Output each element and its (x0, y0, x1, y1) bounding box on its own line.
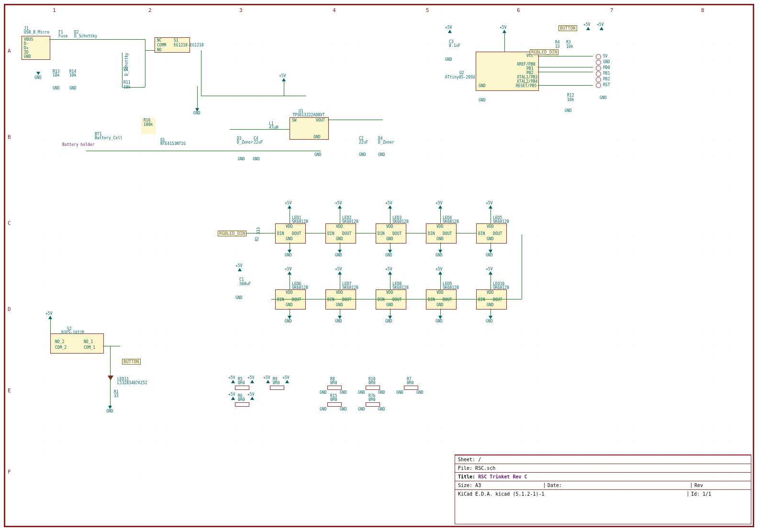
led-lbl-LED10: SK6812B (493, 286, 509, 290)
pwr-ar-u2 (502, 30, 506, 33)
led-lbl-LED6: SK6812B (292, 286, 308, 290)
hdr-5v: 5V (603, 54, 608, 58)
gnd-ar-LED9 (438, 316, 442, 319)
gnd-q1-arrow (195, 108, 199, 111)
led-lbl-LED1: DIN (277, 232, 284, 236)
title-block: Sheet: / File: RSC.sch Title: RSC Trinke… (455, 454, 751, 524)
u1-vout: VOUT (316, 118, 325, 122)
net-btn-u2: BUTTON (558, 25, 577, 31)
wire-q1-to-l1 (86, 151, 321, 151)
ruler-side-B: B (8, 134, 11, 140)
led-lbl-LED7: GND (335, 319, 342, 323)
pwr-ar-LED4 (438, 205, 442, 209)
led11-icon (108, 376, 113, 380)
r0-box-R9 (270, 386, 284, 390)
s1-name: EG1218-EG1218 (174, 43, 204, 47)
led-lbl-LED9: DOUT (443, 298, 452, 302)
hdr-pad-pb0 (596, 66, 601, 71)
c1-ref: C1 (239, 277, 244, 282)
led-lbl-LED7: VDD (336, 290, 343, 295)
wire-s1-no-v (201, 50, 201, 96)
u2-pb1: PB1 (526, 66, 533, 71)
r3-val: 10k (566, 44, 573, 49)
led-lbl-LED1: GND (285, 253, 291, 257)
ruler-side-E: E (8, 388, 11, 394)
u2-out-3 (538, 72, 593, 72)
tb-rev: Rev (692, 483, 703, 488)
net-rgb-chain: RGBLED_DIN (218, 231, 246, 236)
d3-name: D_Zener (237, 140, 253, 144)
gnd-c4: GND (253, 157, 259, 161)
gnd-j1: GND (34, 76, 41, 80)
gnd-q1: GND (193, 111, 200, 115)
battery-note: Battery holder (62, 143, 94, 147)
wire-vout (328, 120, 383, 120)
gnd-r13: GND (53, 86, 59, 90)
led-lbl-LED5: GND (486, 253, 492, 257)
led-lbl-LED2: GND (336, 237, 343, 241)
led-lbl-LED3: DOUT (392, 232, 402, 236)
led-lbl-LED3: SK6812B (392, 220, 409, 224)
label-r13v: 10k (53, 73, 59, 78)
pwr-ar-LED5 (489, 205, 492, 209)
c3-val: 0.1uF (449, 44, 460, 48)
led-lbl-LED7: DIN (327, 298, 334, 302)
r0-val-R7: 0R0 (407, 381, 413, 385)
s2-c2: COM_2 (55, 345, 67, 350)
u2-gnd: GND (479, 84, 485, 88)
j1-pin-gnd: GND (24, 55, 31, 59)
led-lbl-LED9: VDD (436, 290, 443, 295)
led-lbl-LED10: GND (487, 303, 493, 307)
s2-c1: COM_1 (84, 345, 95, 350)
u2-rst: RESET/PB5 (516, 84, 536, 88)
gnd-q1-wire (197, 86, 198, 110)
wire-chain-back (271, 299, 522, 299)
wire-l1 (230, 129, 290, 130)
led-lbl-LED10: VDD (487, 290, 493, 295)
led-lbl-LED8: SK6812B (392, 286, 409, 290)
gnd-r1: GND (106, 409, 113, 413)
r0-val-R5: 0R0 (238, 381, 245, 385)
tb-title-lbl: Title: (458, 474, 475, 479)
j1-pin-id: ID (24, 50, 29, 55)
pwr-ar-LED6 (288, 271, 291, 275)
hdr-pad-5v (596, 54, 601, 59)
led-lbl-LED3: +5V (385, 201, 392, 205)
led-lbl-LED3: GND (386, 237, 393, 241)
wire-s1-no (145, 50, 155, 51)
hdr-pad-pb2 (596, 77, 601, 82)
c2-val: 22uF (359, 140, 368, 144)
s2-no2: NO_2 (55, 340, 64, 344)
led-lbl-LED6: DIN (277, 298, 284, 302)
led-lbl-LED4: DOUT (443, 232, 452, 236)
hdr-pad-pb1 (596, 71, 601, 77)
wire-d1 (122, 53, 123, 87)
ruler-side-C: C (8, 220, 11, 226)
led-lbl-LED1: DOUT (292, 232, 301, 236)
wire-s2-down (110, 346, 111, 365)
led-lbl-LED4: DIN (428, 232, 435, 236)
pwr-ar-LED8 (388, 271, 392, 275)
led-lbl-LED4: SK6812B (443, 220, 459, 224)
r0-val-R15: 0R0 (330, 398, 337, 402)
r0-val-R7b: 0R0 (368, 398, 375, 402)
s1-p-no: NO (157, 48, 162, 52)
hdr-pb2: PB2 (603, 77, 610, 81)
r4-val: 33 (555, 44, 560, 49)
led-lbl-LED5: GND (487, 237, 493, 241)
led-lbl-LED5: DOUT (493, 232, 502, 236)
pwr-ar-LED1 (288, 205, 291, 209)
hdr-pb0: PB0 (603, 66, 610, 70)
led-lbl-LED7: DOUT (342, 298, 351, 302)
pwr-ar-s2 (48, 316, 52, 319)
r0-box-R15 (327, 402, 342, 407)
led-lbl-LED2: DIN (327, 232, 334, 236)
wire-power-mid (201, 96, 306, 96)
led-lbl-LED9: GND (436, 303, 443, 307)
j1-pin-vbus: VBUS (24, 37, 33, 42)
led-lbl-LED4: GND (435, 253, 442, 257)
wire-chain-turn (522, 234, 522, 299)
u2-ref: U2 (459, 71, 464, 75)
ruler-top-8: 8 (701, 7, 704, 13)
led-lbl-LED9: DIN (428, 298, 435, 302)
